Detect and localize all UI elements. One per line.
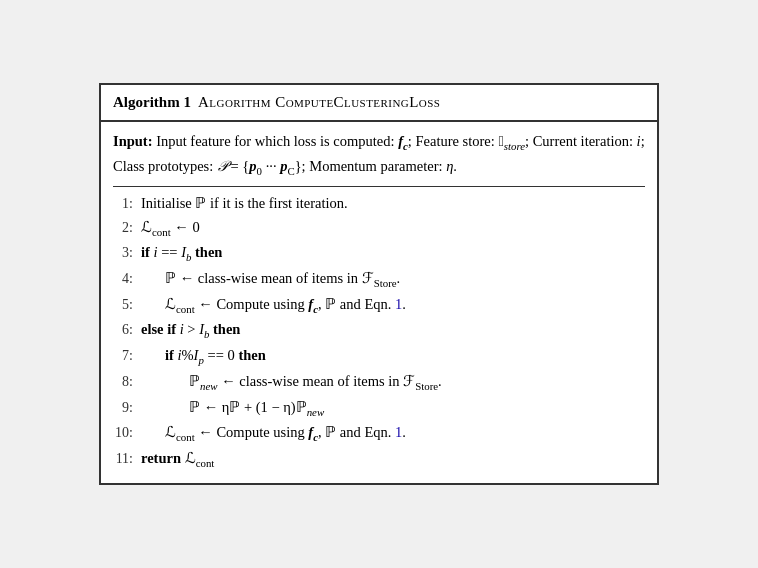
algorithm-title: Algorithm 1 Algorithm ComputeClusteringL… bbox=[101, 85, 657, 122]
algo-line-5: 5:ℒcont ← Compute using fc, ℙ and Eqn. 1… bbox=[113, 293, 645, 318]
algo-line-7: 7:if i%Ip == 0 then bbox=[113, 344, 645, 369]
algo-line-9: 9:ℙ ← ηℙ + (1 − η)ℙnew bbox=[113, 396, 645, 421]
algo-line-3: 3:if i == Ib then bbox=[113, 241, 645, 266]
algorithm-box: Algorithm 1 Algorithm ComputeClusteringL… bbox=[99, 83, 659, 485]
line-content: ℒcont ← Compute using fc, ℙ and Eqn. 1. bbox=[141, 421, 645, 446]
algo-line-6: 6:else if i > Ib then bbox=[113, 318, 645, 343]
line-number: 10: bbox=[113, 422, 141, 444]
algo-name: Algorithm ComputeClusteringLoss bbox=[195, 94, 441, 110]
line-number: 1: bbox=[113, 193, 141, 215]
line-number: 7: bbox=[113, 345, 141, 367]
divider bbox=[113, 186, 645, 187]
algo-line-8: 8:ℙnew ← class-wise mean of items in ℱSt… bbox=[113, 370, 645, 395]
line-content: else if i > Ib then bbox=[141, 318, 645, 343]
line-content: ℙ ← ηℙ + (1 − η)ℙnew bbox=[141, 396, 645, 421]
algo-line-11: 11:return ℒcont bbox=[113, 447, 645, 472]
line-content: ℙnew ← class-wise mean of items in ℱStor… bbox=[141, 370, 645, 395]
algo-lines: 1:Initialise ℙ if it is the first iterat… bbox=[113, 192, 645, 472]
line-number: 5: bbox=[113, 294, 141, 316]
algo-line-4: 4:ℙ ← class-wise mean of items in ℱStore… bbox=[113, 267, 645, 292]
line-number: 4: bbox=[113, 268, 141, 290]
algo-line-1: 1:Initialise ℙ if it is the first iterat… bbox=[113, 192, 645, 215]
line-number: 2: bbox=[113, 217, 141, 239]
line-number: 3: bbox=[113, 242, 141, 264]
line-content: Initialise ℙ if it is the first iteratio… bbox=[141, 192, 645, 214]
line-content: return ℒcont bbox=[141, 447, 645, 472]
line-number: 11: bbox=[113, 448, 141, 470]
line-content: if i == Ib then bbox=[141, 241, 645, 266]
algo-line-10: 10:ℒcont ← Compute using fc, ℙ and Eqn. … bbox=[113, 421, 645, 446]
line-content: ℒcont ← 0 bbox=[141, 216, 645, 241]
line-number: 9: bbox=[113, 397, 141, 419]
input-label: Input: bbox=[113, 133, 153, 149]
line-content: ℒcont ← Compute using fc, ℙ and Eqn. 1. bbox=[141, 293, 645, 318]
line-number: 6: bbox=[113, 319, 141, 341]
input-block: Input: Input feature for which loss is c… bbox=[113, 130, 645, 179]
line-content: ℙ ← class-wise mean of items in ℱStore. bbox=[141, 267, 645, 292]
algorithm-body: Input: Input feature for which loss is c… bbox=[101, 122, 657, 483]
algo-number: Algorithm 1 bbox=[113, 94, 191, 110]
line-number: 8: bbox=[113, 371, 141, 393]
algo-line-2: 2:ℒcont ← 0 bbox=[113, 216, 645, 241]
line-content: if i%Ip == 0 then bbox=[141, 344, 645, 369]
